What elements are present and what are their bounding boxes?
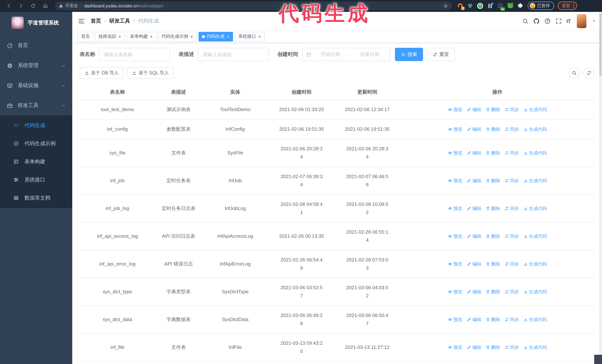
user-avatar[interactable]: [577, 14, 586, 28]
browser-reload-button[interactable]: [28, 1, 38, 10]
row-action-link[interactable]: 编辑: [467, 204, 481, 213]
row-action-link[interactable]: 编辑: [467, 315, 481, 324]
row-action-link[interactable]: 删除: [486, 105, 500, 114]
sidebar-submenu-item[interactable]: 表单构建: [0, 153, 72, 171]
scrollbar-thumb[interactable]: [599, 13, 602, 76]
extension-frog-icon[interactable]: [507, 2, 514, 9]
table-name-input[interactable]: [99, 48, 170, 61]
extension-columns-icon[interactable]: [487, 2, 494, 9]
hamburger-icon[interactable]: [78, 17, 85, 25]
row-action-link[interactable]: 删除: [486, 315, 500, 324]
row-action-link[interactable]: 预览: [448, 105, 462, 114]
date-range-picker[interactable]: 开始日期 - 结束日期: [302, 48, 390, 61]
row-action-link[interactable]: 同步: [505, 125, 519, 133]
extension-ring-icon[interactable]: 1: [457, 2, 463, 9]
row-action-link[interactable]: 生成代码: [524, 105, 547, 114]
row-action-link[interactable]: 生成代码: [524, 288, 547, 296]
reset-button[interactable]: 重置: [427, 48, 455, 61]
row-action-link[interactable]: 编辑: [467, 260, 481, 268]
search-icon[interactable]: [522, 18, 529, 24]
row-action-link[interactable]: 删除: [486, 260, 500, 268]
tab-tag[interactable]: 表单构建 ×: [127, 32, 156, 41]
close-icon[interactable]: ×: [258, 34, 261, 39]
row-action-link[interactable]: 编辑: [467, 125, 481, 133]
extension-check-icon[interactable]: V: [477, 2, 484, 9]
close-icon[interactable]: ×: [226, 34, 230, 39]
row-action-link[interactable]: 同步: [505, 177, 519, 185]
row-action-link[interactable]: 生成代码: [524, 260, 547, 268]
close-icon[interactable]: ×: [118, 34, 121, 39]
extension-gem-icon[interactable]: [467, 2, 473, 9]
row-action-link[interactable]: 生成代码: [524, 149, 547, 157]
bookmark-star-icon[interactable]: [443, 3, 448, 8]
font-size-icon[interactable]: tT: [566, 18, 570, 24]
browser-forward-button[interactable]: [16, 1, 26, 10]
security-warning-label[interactable]: 不安全: [65, 3, 78, 9]
profile-paused-pill[interactable]: 已暂停: [527, 1, 554, 10]
app-logo[interactable]: 芋道管理系统: [0, 12, 72, 32]
row-action-link[interactable]: 删除: [486, 204, 500, 213]
sidebar-submenu-item[interactable]: 代码生成示例: [0, 135, 72, 153]
tab-tag[interactable]: 代码生成示例 ×: [158, 32, 197, 41]
sidebar-menu-item[interactable]: 系统管理: [0, 56, 72, 75]
row-action-link[interactable]: 预览: [448, 288, 462, 296]
row-action-link[interactable]: 生成代码: [524, 125, 547, 133]
row-action-link[interactable]: 同步: [505, 288, 519, 296]
row-action-link[interactable]: 编辑: [467, 177, 481, 185]
tab-tag[interactable]: 系统接口 ×: [235, 32, 265, 41]
extensions-puzzle-icon[interactable]: [517, 2, 524, 9]
row-action-link[interactable]: 删除: [486, 149, 500, 157]
tab-tag[interactable]: 代码生成 ×: [199, 32, 233, 41]
github-icon[interactable]: [533, 18, 540, 24]
row-action-link[interactable]: 生成代码: [524, 315, 547, 324]
table-desc-input[interactable]: [198, 48, 269, 61]
row-action-link[interactable]: 删除: [486, 343, 500, 351]
sidebar-menu-item[interactable]: 基础设施: [0, 75, 72, 95]
row-action-link[interactable]: 预览: [448, 125, 462, 133]
search-button[interactable]: 搜索: [395, 48, 423, 61]
row-action-link[interactable]: 删除: [486, 177, 500, 185]
close-icon[interactable]: ×: [190, 34, 194, 39]
browser-home-button[interactable]: [40, 1, 50, 10]
extension-switch-icon[interactable]: on: [497, 2, 504, 9]
row-action-link[interactable]: 生成代码: [524, 232, 547, 240]
import-db-button[interactable]: 基于 DB 导入: [80, 67, 124, 79]
row-action-link[interactable]: 编辑: [467, 105, 481, 114]
breadcrumb-item[interactable]: 研发工具: [109, 18, 130, 24]
row-action-link[interactable]: 同步: [505, 204, 519, 213]
row-action-link[interactable]: 编辑: [467, 232, 481, 240]
breadcrumb-item[interactable]: 首页: [91, 18, 101, 24]
browser-menu-icon[interactable]: [573, 3, 574, 8]
row-action-link[interactable]: 预览: [448, 260, 462, 268]
row-action-link[interactable]: 同步: [505, 105, 519, 114]
help-icon[interactable]: [544, 18, 551, 24]
row-action-link[interactable]: 预览: [448, 149, 462, 157]
row-action-link[interactable]: 同步: [505, 315, 519, 324]
tab-tag[interactable]: 首页: [78, 32, 93, 41]
close-icon[interactable]: ×: [150, 34, 153, 39]
row-action-link[interactable]: 预览: [448, 177, 462, 185]
row-action-link[interactable]: 编辑: [467, 149, 481, 157]
row-action-link[interactable]: 预览: [448, 315, 462, 324]
fullscreen-icon[interactable]: [555, 18, 562, 24]
browser-update-button[interactable]: 更新: [557, 1, 577, 10]
avatar-caret-down-icon[interactable]: [592, 19, 596, 23]
row-action-link[interactable]: 预览: [448, 343, 462, 351]
row-action-link[interactable]: 编辑: [467, 343, 481, 351]
sidebar-submenu-item[interactable]: 数据库文档: [0, 189, 72, 207]
row-action-link[interactable]: 删除: [486, 125, 500, 133]
address-bar[interactable]: 不安全 dashboard.yudao.iocoder.cn/tool/code…: [55, 1, 452, 10]
import-sql-button[interactable]: 基于 SQL 导入: [127, 67, 174, 79]
tab-tag[interactable]: 链路追踪 ×: [95, 32, 125, 41]
row-action-link[interactable]: 同步: [505, 149, 519, 157]
browser-back-button[interactable]: [4, 1, 13, 10]
row-action-link[interactable]: 生成代码: [524, 343, 547, 351]
row-action-link[interactable]: 编辑: [467, 288, 481, 296]
row-action-link[interactable]: 生成代码: [524, 204, 547, 213]
row-action-link[interactable]: 预览: [448, 204, 462, 213]
row-action-link[interactable]: 同步: [505, 260, 519, 268]
page-scrollbar[interactable]: [599, 12, 602, 364]
sidebar-submenu-item[interactable]: 系统接口: [0, 171, 72, 189]
refresh-table-button[interactable]: [583, 67, 595, 79]
row-action-link[interactable]: 同步: [505, 232, 519, 240]
